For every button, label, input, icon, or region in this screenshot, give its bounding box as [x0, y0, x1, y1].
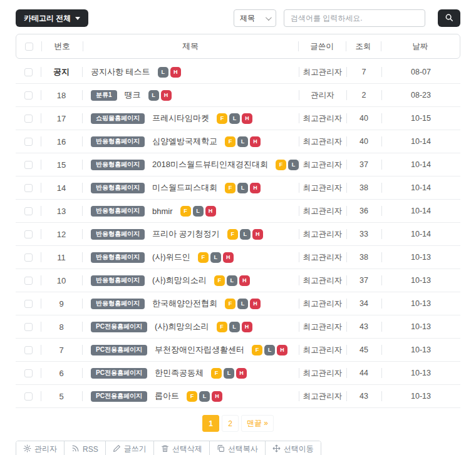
chevron-down-icon [266, 14, 272, 21]
row-checkbox[interactable] [24, 300, 33, 308]
row-checkbox[interactable] [24, 323, 33, 331]
row-title[interactable]: (사)희망의소리 [152, 275, 207, 286]
row-flag-badges: FLH [225, 299, 261, 309]
category-badge: 반응형홈페이지 [91, 160, 145, 170]
table-row: 16 반응형홈페이지 심양엘방국제학교 FLH 최고관리자 40 10-14 [16, 130, 460, 153]
row-views: 40 [346, 107, 381, 130]
h-flag-badge: H [170, 67, 181, 78]
row-checkbox-cell [16, 362, 41, 384]
row-number: 16 [41, 130, 82, 153]
h-flag-badge: H [250, 299, 261, 309]
row-number: 13 [41, 200, 82, 222]
l-flag-badge: L [229, 113, 240, 124]
row-title[interactable]: 심양엘방국제학교 [152, 136, 217, 147]
row-title[interactable]: (사)희망의소리 [155, 321, 209, 332]
row-title[interactable]: (사)위드인 [152, 252, 190, 263]
row-title[interactable]: 한국해양안전협회 [152, 298, 217, 309]
row-checkbox-cell [16, 315, 41, 338]
row-title[interactable]: 롭아트 [155, 391, 179, 402]
move-selected-label: 선택이동 [284, 444, 314, 454]
row-number: 7 [41, 339, 82, 361]
row-checkbox[interactable] [24, 369, 33, 377]
row-title[interactable]: 미스월드피스대회 [152, 182, 217, 193]
write-button-label: 글쓰기 [124, 444, 147, 454]
search-input[interactable] [284, 9, 425, 27]
row-author: 최고관리자 [299, 315, 346, 338]
h-flag-badge: H [252, 229, 263, 240]
page-button-last[interactable]: 맨끝 » [241, 415, 274, 432]
row-checkbox[interactable] [24, 115, 33, 123]
table-row: 13 반응형홈페이지 bhmir FLH 최고관리자 36 10-14 [16, 200, 460, 223]
table-row: 7 PC전용홈페이지 부천장애인자립생활센터 FLH 최고관리자 45 10-1… [16, 339, 460, 362]
f-flag-badge: F [252, 345, 262, 355]
row-checkbox[interactable] [24, 207, 33, 215]
h-flag-badge: H [205, 206, 216, 217]
move-selected-button[interactable]: 선택이동 [265, 441, 321, 455]
row-title[interactable]: 프레시타임마켓 [152, 113, 209, 124]
category-badge: 반응형홈페이지 [91, 136, 145, 147]
category-badge: 반응형홈페이지 [91, 206, 145, 217]
row-flag-badges: FLH [225, 183, 261, 193]
write-button[interactable]: 글쓰기 [105, 441, 153, 455]
row-title[interactable]: 한민족공동체 [155, 367, 204, 379]
l-flag-badge: L [158, 67, 168, 78]
search-button[interactable] [438, 9, 460, 27]
f-flag-badge: F [225, 183, 235, 193]
row-checkbox[interactable] [24, 91, 33, 100]
page-button-1[interactable]: 1 [202, 415, 219, 432]
row-author: 최고관리자 [299, 176, 346, 199]
delete-selected-button[interactable]: 선택삭제 [153, 441, 209, 455]
admin-button[interactable]: 관리자 [16, 441, 64, 455]
row-checkbox[interactable] [24, 392, 33, 401]
row-title-cell: 분류1 땡크 LH [82, 84, 299, 106]
row-date: 10-13 [381, 362, 460, 384]
h-flag-badge: H [239, 275, 250, 286]
row-checkbox[interactable] [24, 346, 33, 354]
category-dropdown-button[interactable]: 카테고리 전체 [16, 9, 88, 27]
copy-selected-button[interactable]: 선택복사 [209, 441, 265, 455]
row-title[interactable]: 땡크 [125, 89, 141, 101]
f-flag-badge: F [187, 391, 197, 402]
search-field-select[interactable]: 제목 [234, 9, 276, 27]
row-author: 최고관리자 [299, 130, 346, 153]
l-flag-badge: L [240, 229, 251, 240]
row-checkbox[interactable] [24, 277, 33, 285]
row-flag-badges: FLH [225, 136, 261, 147]
h-flag-badge: H [161, 90, 172, 101]
row-checkbox[interactable] [24, 68, 33, 76]
row-title[interactable]: 2018미스월드뷰티인재경진대회 [152, 159, 268, 170]
row-checkbox-cell [16, 130, 41, 153]
row-flag-badges: FLH [187, 391, 222, 402]
row-title[interactable]: 공지사항 테스트 [91, 66, 150, 78]
row-title[interactable]: 부천장애인자립생활센터 [155, 344, 244, 355]
row-number: 14 [41, 176, 82, 199]
row-checkbox[interactable] [24, 253, 33, 262]
rss-icon [71, 444, 80, 454]
row-title[interactable]: bhmir [152, 207, 173, 216]
row-number: 11 [41, 246, 82, 268]
table-row: 6 PC전용홈페이지 한민족공동체 FLH 최고관리자 44 10-13 [16, 362, 460, 385]
header-date: 날짜 [381, 34, 460, 58]
f-flag-badge: F [217, 113, 227, 124]
row-views: 38 [346, 176, 381, 199]
h-flag-badge: H [277, 345, 287, 355]
row-checkbox-cell [16, 269, 41, 292]
row-views: 37 [346, 269, 381, 292]
select-all-checkbox[interactable] [25, 43, 33, 51]
search-group: 제목 [234, 9, 460, 27]
row-checkbox[interactable] [24, 184, 33, 192]
row-author: 최고관리자 [299, 153, 346, 176]
row-checkbox[interactable] [24, 138, 33, 146]
row-checkbox[interactable] [24, 230, 33, 238]
header-title: 제목 [83, 34, 298, 58]
row-checkbox-cell [16, 200, 41, 222]
rss-button[interactable]: RSS [64, 441, 105, 455]
page-button-2[interactable]: 2 [222, 415, 239, 432]
delete-selected-label: 선택삭제 [172, 444, 202, 454]
row-checkbox[interactable] [24, 161, 33, 169]
row-views: 44 [346, 362, 381, 384]
row-date: 10-13 [381, 246, 460, 268]
category-badge: PC전용홈페이지 [91, 322, 147, 332]
row-title[interactable]: 프리아 공기청정기 [152, 228, 220, 240]
h-flag-badge: H [250, 183, 261, 193]
